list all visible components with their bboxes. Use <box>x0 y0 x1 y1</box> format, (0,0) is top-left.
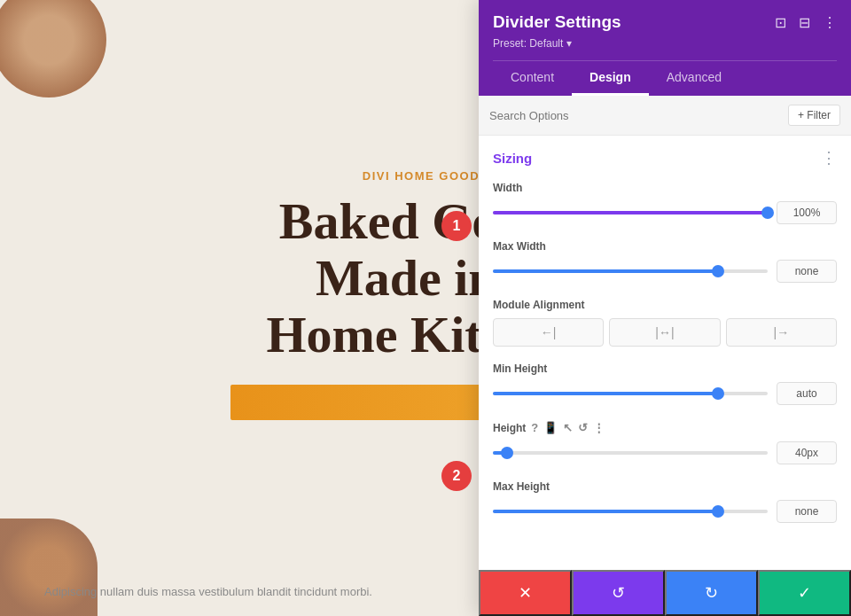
setting-min-height-slider-row <box>493 382 837 405</box>
section-title: Sizing <box>493 151 532 166</box>
setting-height-label: Height ? 📱 ↖ ↺ ⋮ <box>493 421 837 434</box>
height-help-icon[interactable]: ? <box>531 421 538 434</box>
setting-height-slider-row <box>493 441 837 464</box>
max-height-value-input[interactable] <box>777 500 837 523</box>
sizing-section: Sizing ⋮ Width Max Width <box>479 136 851 551</box>
max-width-slider[interactable] <box>493 269 768 273</box>
cancel-button[interactable]: ✕ <box>479 570 572 616</box>
section-header: Sizing ⋮ <box>493 148 837 168</box>
align-left-icon: ←| <box>541 325 557 339</box>
preset-label: Preset: Default <box>493 37 563 50</box>
align-right-icon: |→ <box>774 325 790 339</box>
panel-header: Divider Settings ⊡ ⊟ ⋮ Preset: Default ▾… <box>479 0 851 96</box>
setting-max-width-slider-row <box>493 260 837 283</box>
alignment-buttons: ←| |↔| |→ <box>493 318 837 347</box>
step-badge-1: 1 <box>441 211 472 241</box>
height-more-icon[interactable]: ⋮ <box>593 421 605 434</box>
width-value-input[interactable] <box>777 201 837 224</box>
layout-icon[interactable]: ⊟ <box>799 14 810 31</box>
width-slider-fill <box>493 211 768 214</box>
height-slider-thumb[interactable] <box>501 447 513 459</box>
setting-min-height: Min Height <box>493 363 837 405</box>
max-height-slider[interactable] <box>493 510 768 513</box>
setting-width-slider-row <box>493 201 837 224</box>
panel-title-row: Divider Settings ⊡ ⊟ ⋮ <box>493 12 837 32</box>
redo-icon: ↻ <box>705 583 718 603</box>
save-button[interactable]: ✓ <box>758 570 851 616</box>
min-height-slider[interactable] <box>493 392 768 395</box>
section-menu-icon[interactable]: ⋮ <box>821 148 837 168</box>
setting-max-width-label: Max Width <box>493 240 837 253</box>
width-slider[interactable] <box>493 211 768 214</box>
panel-body: Sizing ⋮ Width Max Width <box>479 136 851 570</box>
panel-footer: ✕ ↺ ↻ ✓ <box>479 570 851 616</box>
filter-button[interactable]: + Filter <box>788 105 840 126</box>
min-height-slider-fill <box>493 392 718 395</box>
settings-panel: Divider Settings ⊡ ⊟ ⋮ Preset: Default ▾… <box>479 0 851 616</box>
setting-width: Width <box>493 182 837 224</box>
setting-module-alignment-label: Module Alignment <box>493 299 837 311</box>
undo-icon: ↺ <box>612 583 625 603</box>
search-bar: + Filter <box>479 96 851 136</box>
height-reset-icon[interactable]: ↺ <box>578 421 588 434</box>
redo-button[interactable]: ↻ <box>665 570 758 616</box>
preset-row: Preset: Default ▾ <box>493 37 837 50</box>
body-text: Adipiscing nullam duis massa vestibulum … <box>44 585 372 598</box>
height-mobile-icon[interactable]: 📱 <box>543 421 558 434</box>
tab-advanced[interactable]: Advanced <box>649 61 739 96</box>
panel-title: Divider Settings <box>493 12 621 32</box>
width-slider-thumb[interactable] <box>761 207 774 219</box>
align-left-button[interactable]: ←| <box>493 318 604 347</box>
more-icon[interactable]: ⋮ <box>823 14 837 31</box>
fullscreen-icon[interactable]: ⊡ <box>775 14 786 31</box>
panel-tabs: Content Design Advanced <box>493 60 837 96</box>
setting-max-height: Max Height <box>493 480 837 523</box>
max-width-slider-thumb[interactable] <box>712 265 724 277</box>
align-center-button[interactable]: |↔| <box>609 318 720 347</box>
max-height-slider-thumb[interactable] <box>712 505 724 518</box>
setting-module-alignment: Module Alignment ←| |↔| |→ <box>493 299 837 347</box>
max-width-slider-fill <box>493 269 718 273</box>
search-input[interactable] <box>489 109 788 122</box>
tab-content[interactable]: Content <box>493 61 572 96</box>
setting-width-label: Width <box>493 182 837 194</box>
height-slider[interactable] <box>493 451 768 455</box>
setting-height: Height ? 📱 ↖ ↺ ⋮ <box>493 421 837 464</box>
max-width-value-input[interactable] <box>777 260 837 283</box>
save-icon: ✓ <box>798 583 811 603</box>
setting-max-height-slider-row <box>493 500 837 523</box>
align-right-button[interactable]: |→ <box>726 318 837 347</box>
setting-min-height-label: Min Height <box>493 363 837 375</box>
max-height-slider-fill <box>493 510 718 513</box>
step-badge-2: 2 <box>441 461 472 491</box>
undo-button[interactable]: ↺ <box>572 570 665 616</box>
brand-label: DIVI HOME GOODS <box>363 169 488 183</box>
height-value-input[interactable] <box>777 441 837 464</box>
height-cursor-icon[interactable]: ↖ <box>563 421 573 434</box>
tab-design[interactable]: Design <box>572 61 649 96</box>
align-center-icon: |↔| <box>655 325 674 339</box>
setting-max-height-label: Max Height <box>493 480 837 493</box>
panel-title-icons: ⊡ ⊟ ⋮ <box>775 14 837 31</box>
setting-max-width: Max Width <box>493 240 837 283</box>
cancel-icon: ✕ <box>519 583 532 603</box>
min-height-slider-thumb[interactable] <box>712 387 724 400</box>
min-height-value-input[interactable] <box>777 382 837 405</box>
